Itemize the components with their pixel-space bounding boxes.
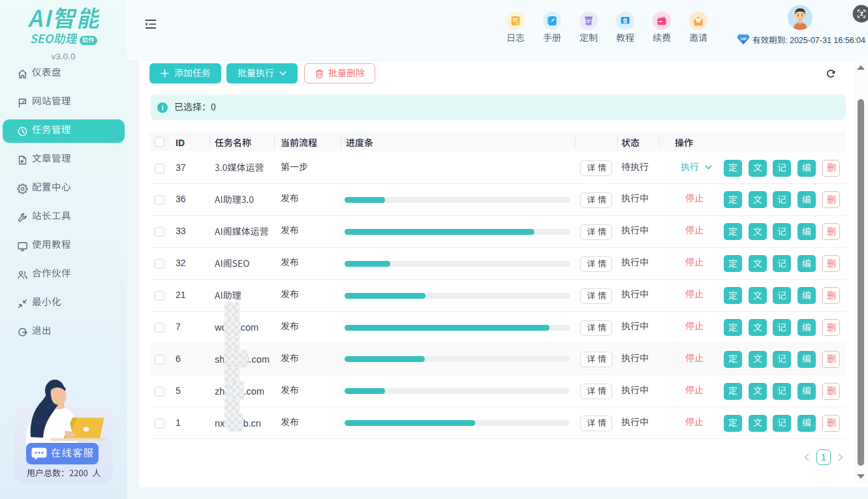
svg-text:VIP: VIP <box>740 37 747 41</box>
